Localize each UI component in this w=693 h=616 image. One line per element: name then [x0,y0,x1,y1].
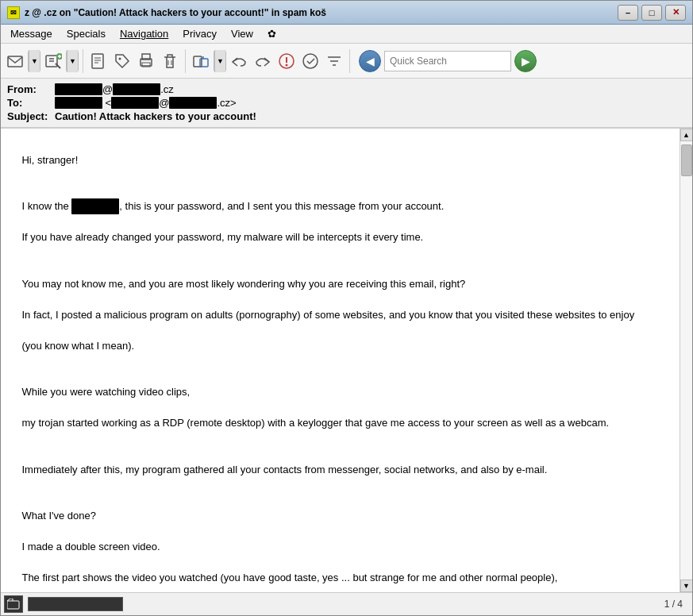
spam-button[interactable] [275,48,298,75]
window-controls: – □ ✕ [618,5,686,21]
move-button[interactable] [190,48,212,75]
scroll-up-button[interactable]: ▲ [680,129,693,141]
body-wondering: You may not know me, and you are most li… [21,278,465,290]
new-mail-button[interactable] [42,48,64,75]
from-label: From: [7,83,55,95]
from-redacted-1 [55,83,102,95]
body-trojan: my trojan started working as a RDP (remo… [21,417,609,429]
scroll-track [680,141,693,579]
svg-rect-29 [7,601,19,609]
separator-2 [185,49,186,73]
title-bar: ✉ z @ .cz on "Caution! Attack hackers to… [1,1,692,25]
to-redacted-3 [169,97,217,109]
body-done-header: What I've done? [21,510,96,522]
menu-privacy[interactable]: Privacy [176,26,223,41]
status-left [4,595,123,613]
password-redacted [71,198,119,214]
close-button[interactable]: ✕ [665,5,686,21]
svg-point-25 [303,54,318,68]
svg-point-24 [286,64,288,66]
menu-bar: Message Specials Navigation Privacy View… [1,25,692,44]
menu-message[interactable]: Message [4,26,59,41]
toolbar: ▼ ▼ ▼ ◀ ▶ [1,44,692,79]
get-mail-button[interactable] [4,48,26,75]
address-book-button[interactable] [87,48,110,75]
email-subject-row: Subject: Caution! Attack hackers to your… [7,110,686,122]
status-folder-icon[interactable] [4,595,23,613]
search-area: ◀ ▶ [359,50,537,72]
svg-point-13 [119,57,121,60]
menu-view[interactable]: View [225,26,260,41]
tags-button[interactable] [111,48,133,75]
scrollbar: ▲ ▼ [680,129,692,592]
body-watching: While you were watching video clips, [21,386,190,398]
subject-value: Caution! Attack hackers to your account! [55,110,686,122]
body-done-1: I made a double screen video. [21,541,160,552]
svg-line-4 [56,64,60,68]
scroll-down-button[interactable]: ▼ [680,579,693,592]
separator-1 [83,49,83,73]
reply-button[interactable] [228,48,250,75]
to-label: To: [7,97,55,109]
svg-rect-0 [8,56,22,67]
search-next-button[interactable]: ▶ [514,50,537,72]
minimize-button[interactable]: – [618,5,638,21]
forward-button[interactable] [252,48,274,75]
window-title: z @ .cz on "Caution! Attack hackers to y… [25,7,326,18]
new-mail-dropdown[interactable]: ▼ [66,50,79,72]
get-mail-dropdown-arrow[interactable]: ▼ [29,50,40,72]
email-from-row: From: @ .cz [7,83,686,95]
email-to-row: To: < @ .cz> [7,97,686,109]
body-greeting: Hi, stranger! [21,154,78,166]
status-bar: 1 / 4 [1,592,692,614]
print-button[interactable] [135,48,157,75]
body-know: (you know what I mean). [21,340,134,352]
get-mail-dropdown[interactable]: ▼ [28,50,40,72]
title-text: ✉ z @ .cz on "Caution! Attack hackers to… [7,6,326,19]
new-mail-dropdown-arrow[interactable]: ▼ [67,50,78,72]
to-redacted-1 [55,97,102,109]
status-bar-indicator [28,597,123,611]
delete-button[interactable] [159,48,181,75]
separator-3 [349,49,350,73]
body-fact: In fact, I posted a malicious program on… [21,309,634,321]
scroll-thumb[interactable] [681,144,692,176]
search-input[interactable] [384,51,511,71]
search-prev-button[interactable]: ◀ [359,50,381,72]
page-counter: 1 / 4 [664,599,689,610]
svg-rect-8 [92,54,103,68]
menu-specials[interactable]: Specials [60,26,112,41]
from-redacted-2 [113,83,160,95]
maximize-button[interactable]: □ [641,5,662,21]
svg-marker-12 [116,55,129,67]
email-body-wrapper: Hi, stranger! I know the , this is your … [1,129,692,592]
to-value: < @ .cz> [55,97,686,109]
body-intro: I know the , this is your password, and … [21,200,444,212]
body-done-2: The first part shows the video you watch… [21,572,557,583]
app-icon: ✉ [7,6,20,19]
body-contacts: Immediately after this, my program gathe… [21,464,547,475]
unspam-button[interactable] [299,48,321,75]
menu-flower[interactable]: ✿ [261,26,283,41]
body-malware: If you have already changed your passwor… [21,231,423,243]
from-value: @ .cz [55,83,686,95]
move-dropdown-arrow[interactable]: ▼ [214,50,225,72]
filter-button[interactable] [323,48,345,75]
menu-navigation[interactable]: Navigation [114,26,175,41]
subject-label: Subject: [7,110,55,122]
move-dropdown[interactable]: ▼ [214,50,226,72]
email-header: From: @ .cz To: < @ .cz> Subject: Cautio… [1,79,692,129]
email-body: Hi, stranger! I know the , this is your … [1,129,680,592]
to-redacted-2 [111,97,159,109]
